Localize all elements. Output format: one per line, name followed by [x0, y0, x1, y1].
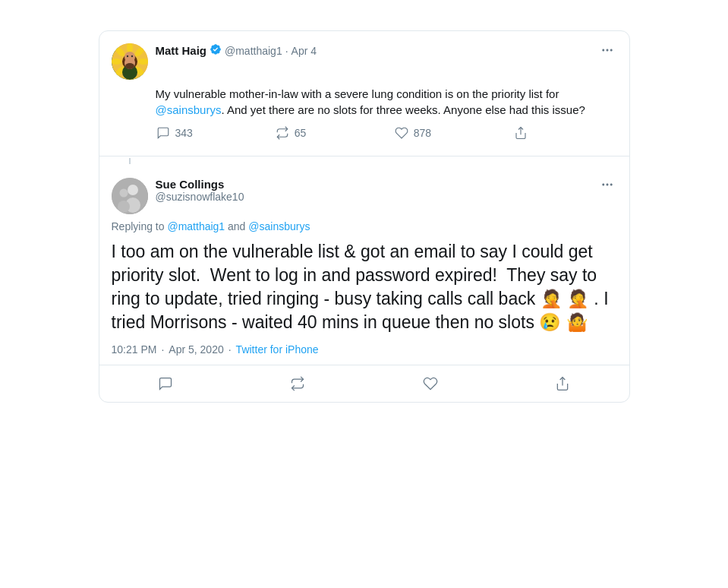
thread-connector: [99, 156, 629, 166]
meta-dot1: ·: [161, 343, 164, 356]
meta-dot2: ·: [228, 343, 232, 356]
svg-point-15: [131, 55, 132, 57]
reply-icon: [156, 125, 171, 141]
tweet2-date: Apr 5, 2020: [169, 343, 223, 356]
tweet1-mention1[interactable]: @sainsburys: [156, 103, 222, 116]
svg-point-20: [119, 189, 128, 198]
tweet2-time: 10:21 PM: [112, 343, 157, 356]
tweet1-share-action[interactable]: [513, 125, 573, 141]
avatar-sue: [112, 178, 148, 214]
tweet2-reply-action[interactable]: [99, 371, 232, 396]
tweet2-header: Sue Collings @suzisnowflake10: [112, 178, 617, 214]
tweet1-menu-button[interactable]: [597, 43, 617, 61]
tweet2-like-action[interactable]: [364, 371, 497, 396]
tweet1-like-action[interactable]: 878: [394, 125, 513, 141]
tweet1-reply-count: 343: [175, 127, 193, 139]
tweet2-retweet-action[interactable]: [232, 371, 364, 396]
svg-point-14: [126, 55, 128, 57]
tweet2-meta: 10:21 PM · Apr 5, 2020 · Twitter for iPh…: [112, 343, 617, 365]
tweet2-body: I too am on the vulnerable list & got an…: [112, 240, 617, 334]
tweet1-author-name: Matt Haig: [156, 44, 207, 57]
retweet-icon: [275, 125, 290, 141]
tweet2-share-action[interactable]: [496, 371, 629, 396]
replying-mention1[interactable]: @matthaig1: [167, 220, 225, 232]
tweet1-body-text2: . And yet there are no slots for three w…: [221, 103, 585, 116]
svg-point-21: [118, 201, 130, 213]
tweet1-date: Apr 4: [292, 45, 317, 57]
tweet2-source[interactable]: Twitter for iPhone: [236, 343, 319, 356]
tweet1-actions: 343 65 878: [112, 118, 617, 148]
tweet1-like-count: 878: [414, 127, 431, 139]
tweet1-body-text1: My vulnerable mother-in-law with a sever…: [156, 87, 559, 100]
tweet1-handle: @matthaig1: [225, 45, 282, 57]
tweet2-menu-button[interactable]: [597, 178, 617, 195]
svg-point-13: [125, 63, 134, 69]
tweet2-handle: @suzisnowflake10: [156, 191, 244, 203]
tweet1-separator: ·: [285, 45, 288, 57]
replying-prefix: Replying to: [112, 220, 168, 232]
tweet2-user-info: Sue Collings @suzisnowflake10: [156, 178, 244, 203]
tweet1-body: My vulnerable mother-in-law with a sever…: [112, 86, 617, 118]
tweet1-reply-action[interactable]: 343: [156, 125, 275, 141]
tweet1-user-info: Matt Haig @matthaig1 · Apr 4: [156, 43, 317, 58]
replying-and: and: [225, 220, 248, 232]
share-icon: [513, 125, 528, 141]
verified-icon: [210, 43, 222, 58]
avatar-matt: [112, 43, 148, 80]
replying-mention2[interactable]: @sainsburys: [248, 220, 310, 232]
tweet2-author-name: Sue Collings: [156, 178, 244, 191]
tweet1-retweet-action[interactable]: 65: [275, 125, 394, 141]
like-icon: [394, 125, 409, 141]
tweet1-retweet-count: 65: [295, 127, 307, 139]
tweet2-actions: [99, 365, 629, 402]
replying-to-line: Replying to @matthaig1 and @sainsburys: [112, 220, 617, 232]
svg-point-18: [128, 185, 138, 195]
